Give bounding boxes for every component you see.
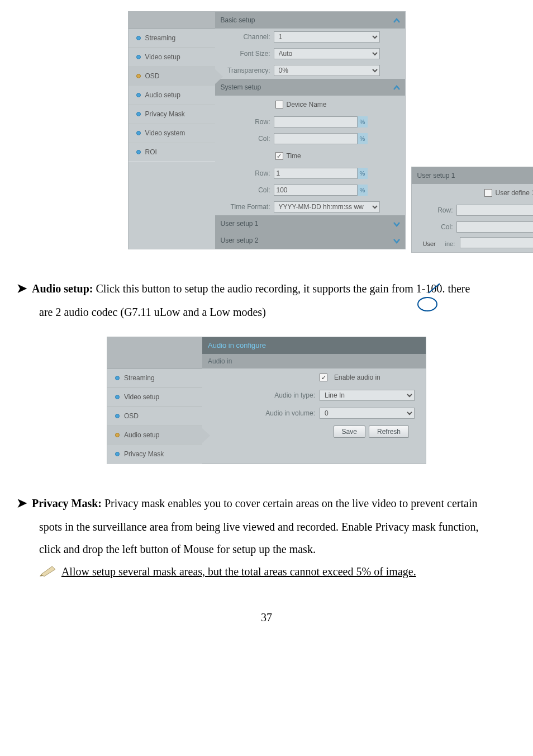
popup-heading[interactable]: User setup 1 xyxy=(412,167,534,184)
channel-select[interactable]: 1 xyxy=(274,31,380,42)
fontsize-label: Font Size: xyxy=(215,47,274,60)
save-button[interactable]: Save xyxy=(334,426,365,438)
col-label: Col: xyxy=(215,132,274,145)
audio-setup-heading: Audio setup: xyxy=(32,282,93,295)
sidebar-item-label: Video system xyxy=(145,126,185,140)
transparency-label: Transparency: xyxy=(215,64,274,77)
userdefine-checkbox[interactable] xyxy=(484,189,492,197)
fontsize-select[interactable]: Auto xyxy=(274,48,380,59)
sidebar-item-label: Video setup xyxy=(124,390,159,404)
row-label: Row: xyxy=(215,115,274,129)
row-unit: % xyxy=(358,116,368,127)
chevron-up-icon xyxy=(393,83,401,96)
user-setup1-heading[interactable]: User setup 1 xyxy=(215,215,405,232)
sidebar-item-video-system[interactable]: Video system xyxy=(129,124,215,143)
sidebar-item-privacy-mask[interactable]: Privacy Mask xyxy=(107,445,202,464)
sidebar-item-video-setup[interactable]: Video setup xyxy=(129,48,215,67)
sidebar-item-label: Video setup xyxy=(145,50,180,64)
dot-icon xyxy=(136,112,141,116)
audio-setup-paragraph: ➤ Audio setup: Click this button to setu… xyxy=(17,276,516,323)
pencil-icon xyxy=(39,561,59,584)
popup-row-input[interactable] xyxy=(456,205,534,216)
sidebar-item-label: ROI xyxy=(145,145,157,159)
audio-setup-text2: are 2 audio codec (G7.11 uLow and a Low … xyxy=(39,301,516,323)
transparency-select[interactable]: 0% xyxy=(274,65,380,76)
dot-icon xyxy=(115,452,120,456)
sidebar-item-osd[interactable]: OSD xyxy=(107,407,202,426)
time-col-input[interactable] xyxy=(274,185,358,196)
devicename-checkbox[interactable] xyxy=(275,101,283,108)
userdefine-label: User define 1: xyxy=(496,186,534,200)
sidebar-blank-header xyxy=(129,12,215,29)
privacy-mask-heading: Privacy Mask: xyxy=(32,497,102,509)
audio-volume-select[interactable]: 0 xyxy=(320,408,415,419)
callout-user-text: User xyxy=(423,238,436,250)
devicename-label: Device Name xyxy=(287,98,327,111)
user-setup2-heading[interactable]: User setup 2 xyxy=(215,232,405,249)
audio-content: Audio in configure Audio in ✓ Enable aud… xyxy=(202,337,426,464)
sidebar-item-audio-setup[interactable]: Audio setup xyxy=(107,426,202,445)
page-number: 37 xyxy=(17,606,516,629)
sidebar-item-streaming[interactable]: Streaming xyxy=(107,368,202,388)
enable-audio-label: Enable audio in xyxy=(334,371,380,384)
sidebar-item-label: Streaming xyxy=(145,31,176,45)
sidebar: Streaming Video setup OSD Audio setup Pr… xyxy=(129,12,215,249)
dot-icon xyxy=(115,414,120,418)
basic-setup-heading[interactable]: Basic setup xyxy=(215,12,405,29)
popup-col-input[interactable] xyxy=(456,221,534,233)
sidebar-item-osd[interactable]: OSD xyxy=(129,67,215,86)
audio-setup-text1: Click this button to setup the audio rec… xyxy=(93,282,470,295)
audio-volume-label: Audio in volume: xyxy=(202,407,320,420)
dot-icon xyxy=(115,395,120,399)
sidebar-item-video-setup[interactable]: Video setup xyxy=(107,388,202,407)
audio-type-select[interactable]: Line In xyxy=(320,390,415,401)
refresh-button[interactable]: Refresh xyxy=(369,426,409,438)
sidebar-item-roi[interactable]: ROI xyxy=(129,143,215,162)
callout-ine-text: ine: xyxy=(445,238,455,250)
audio-configure-heading: Audio in configure xyxy=(202,337,426,354)
popup-col-label: Col: xyxy=(412,220,456,234)
sidebar-blank-header xyxy=(107,337,202,368)
dot-icon xyxy=(136,74,141,78)
dot-icon xyxy=(115,376,120,380)
section-label: User setup 1 xyxy=(221,217,259,230)
dot-icon xyxy=(136,55,141,59)
col-unit: % xyxy=(358,133,368,144)
audio-type-label: Audio in type: xyxy=(202,389,320,402)
row-input[interactable] xyxy=(274,116,358,127)
sidebar-item-label: Streaming xyxy=(124,371,155,385)
time-row-label: Row: xyxy=(215,167,274,180)
sidebar-item-label: OSD xyxy=(145,69,160,83)
col-input[interactable] xyxy=(274,133,358,144)
sidebar-item-streaming[interactable]: Streaming xyxy=(129,29,215,48)
callout-circle xyxy=(417,297,437,311)
chevron-down-icon xyxy=(393,236,401,249)
arrow-bullet-icon: ➤ xyxy=(17,496,27,510)
sidebar-item-label: Privacy Mask xyxy=(145,107,185,121)
time-row-unit: % xyxy=(358,168,368,179)
dot-icon xyxy=(136,131,141,135)
section-label: Basic setup xyxy=(221,13,255,27)
timeformat-select[interactable]: YYYY-MM-DD hh:mm:ss ww xyxy=(274,201,380,212)
sidebar-item-privacy-mask[interactable]: Privacy Mask xyxy=(129,105,215,124)
privacy-mask-paragraph: ➤ Privacy Mask: Privacy mask enables you… xyxy=(17,491,516,584)
dot-icon xyxy=(136,36,141,40)
sidebar-item-audio-setup[interactable]: Audio setup xyxy=(129,86,215,105)
sidebar-item-label: OSD xyxy=(124,409,139,423)
chevron-up-icon xyxy=(393,16,401,29)
system-setup-heading[interactable]: System setup xyxy=(215,79,405,96)
enable-audio-checkbox[interactable]: ✓ xyxy=(320,374,327,381)
time-row-input[interactable] xyxy=(274,168,358,179)
arrow-bullet-icon: ➤ xyxy=(17,281,27,295)
dot-icon xyxy=(115,433,120,437)
privacy-mask-text2: spots in the surveillance area from bein… xyxy=(39,516,516,538)
time-col-unit: % xyxy=(358,185,368,196)
userdefine-input[interactable] xyxy=(460,237,534,248)
chevron-down-icon xyxy=(393,219,401,233)
osd-content: Basic setup Channel: 1 Font Size: xyxy=(215,12,405,249)
user-setup1-popup: User setup 1 User define 1: Row: % Col: xyxy=(411,167,534,253)
osd-config-panel: Streaming Video setup OSD Audio setup Pr… xyxy=(128,11,406,249)
section-label: System setup xyxy=(221,81,261,94)
audio-in-subheading: Audio in xyxy=(202,354,426,368)
time-checkbox[interactable]: ✓ xyxy=(275,152,283,160)
